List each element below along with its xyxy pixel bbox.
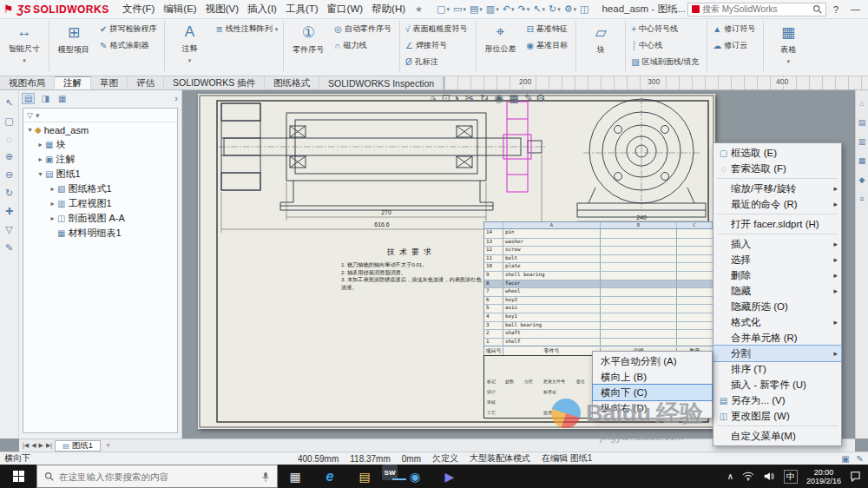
bom-row[interactable]: 3 ball bearing xyxy=(484,321,713,330)
task-view-icon[interactable]: ▦ xyxy=(278,465,312,488)
ribbon-button[interactable]: ◉ 基准目标 xyxy=(523,37,575,54)
menu-item[interactable]: 视图(V) xyxy=(201,3,243,16)
wifi-icon[interactable] xyxy=(742,472,754,481)
tree-expander-icon[interactable]: ▸ xyxy=(48,214,57,222)
bom-row[interactable]: 14 pin xyxy=(484,229,713,238)
tree-item[interactable]: ▦ 材料明细表1 xyxy=(23,226,177,241)
taskbar-clock[interactable]: 20:002019/2/16 xyxy=(806,468,841,485)
context-menu-item[interactable]: 自定义菜单(M) xyxy=(713,428,841,444)
zoom-area-icon[interactable]: ⊡ xyxy=(442,92,447,104)
ribbon-tab[interactable]: 图纸格式 xyxy=(265,76,319,89)
ribbon-button[interactable]: ⊞ 模型项目 xyxy=(51,21,96,71)
box-select-icon[interactable]: ▢ xyxy=(4,115,13,127)
ribbon-button[interactable]: ∩ 磁力线 xyxy=(331,37,398,54)
ribbon-button[interactable]: ✎ 格式涂刷器 xyxy=(96,37,162,54)
tree-expander-icon[interactable]: ▾ xyxy=(36,170,45,178)
bom-row[interactable]: 13 washer xyxy=(484,238,713,247)
view-orientation-icon[interactable]: ↻▾ xyxy=(480,92,489,104)
tree-expander-icon[interactable]: ▸ xyxy=(36,141,45,148)
zoom-in-icon[interactable]: ⊕ xyxy=(5,151,13,162)
minimize-button[interactable]: — xyxy=(845,3,865,15)
bom-row[interactable]: 1 shelf xyxy=(484,338,713,346)
ribbon-button[interactable]: ◎ 自动零件序号 xyxy=(331,21,398,37)
resources-tab-icon[interactable]: ⌂ xyxy=(859,99,864,108)
dimension-270[interactable]: 270 xyxy=(286,182,486,221)
rotate-view-icon[interactable]: ↻ xyxy=(5,188,13,199)
design-library-tab-icon[interactable]: ▤ xyxy=(858,118,866,127)
context-menu-item[interactable]: 选择 ▸ xyxy=(713,252,841,267)
submenu-item[interactable]: 纵向右 (D) xyxy=(593,400,712,416)
undo-icon[interactable]: ↶▾ xyxy=(501,3,516,15)
ribbon-button[interactable]: ≣ 线性注释阵列 ▾ xyxy=(212,21,281,37)
tree-expander-icon[interactable]: ▾ xyxy=(25,126,35,134)
ribbon-button[interactable]: ⌖ 形位公差 xyxy=(478,21,523,71)
configurationmanager-tab-icon[interactable]: ▦ xyxy=(56,94,68,103)
open-document-icon[interactable]: ▭▾ xyxy=(451,3,468,15)
context-menu-item[interactable]: 缩放/平移/旋转 ▸ xyxy=(713,181,841,196)
print-icon[interactable]: ▥▾ xyxy=(484,3,501,15)
menu-item[interactable]: 文件(F) xyxy=(118,3,160,16)
prev-sheet-icon[interactable]: ◀ xyxy=(31,442,36,449)
ribbon-button[interactable]: ┊ 中心线 xyxy=(628,37,705,54)
tree-expander-icon[interactable]: ▸ xyxy=(36,155,45,163)
ribbon-button[interactable]: ① 零件序号 xyxy=(286,21,331,71)
submenu-item[interactable]: 水平自动分割 (A) xyxy=(593,353,712,369)
media-player-icon[interactable]: ▶ xyxy=(432,465,467,488)
options-icon[interactable]: ⚙▾ xyxy=(562,3,578,15)
context-menu-item[interactable]: ◌ 套索选取 (F) xyxy=(713,161,841,176)
propertymanager-tab-icon[interactable]: ◨ xyxy=(39,94,50,103)
assembly-mode-status[interactable]: 大型装配体模式 xyxy=(470,452,530,465)
tree-item[interactable]: ▾ ◆ head_asm xyxy=(23,122,177,137)
ribbon-tab[interactable]: 注解 xyxy=(55,76,91,89)
section-view-icon[interactable]: ✂▾ xyxy=(465,92,474,104)
ribbon-button[interactable]: ▦ 表格 ▾ xyxy=(766,21,811,71)
tree-item[interactable]: ▸ ▧ 图纸格式1 xyxy=(23,181,177,196)
tray-expand-icon[interactable]: ∧ xyxy=(727,472,733,481)
ribbon-tab[interactable]: 视图布局 xyxy=(0,76,55,89)
annotation-tool-icon[interactable]: ✎ xyxy=(5,242,13,254)
context-menu-item[interactable]: ▤ 另存为... (V) xyxy=(713,392,841,408)
menu-item[interactable]: 窗口(W) xyxy=(323,3,368,16)
file-explorer-tab-icon[interactable]: ▥ xyxy=(858,137,866,146)
context-menu-item[interactable]: 合并单元格 (R) xyxy=(713,330,841,346)
submenu-item[interactable]: 横向上 (B) xyxy=(593,369,712,385)
context-menu-item[interactable]: 隐藏 ▸ xyxy=(713,283,841,299)
tree-item[interactable]: ▸ ◫ 剖面视图 A-A xyxy=(23,211,177,226)
context-menu-item[interactable]: 分割 ▸ xyxy=(713,346,841,361)
start-button[interactable] xyxy=(0,465,36,488)
tree-expander-icon[interactable]: ▸ xyxy=(48,185,57,193)
bom-row[interactable]: 6 key2 xyxy=(484,296,713,305)
bom-column-letter[interactable] xyxy=(484,222,503,228)
menu-item[interactable]: 帮助(H) xyxy=(367,3,410,16)
pan-icon[interactable]: ✚ xyxy=(5,206,13,217)
bom-column-letter[interactable]: B xyxy=(601,222,677,228)
filter-arrow-icon[interactable]: ▾ xyxy=(36,111,40,120)
custom-properties-tab-icon[interactable]: ≡ xyxy=(859,195,864,203)
zoom-out-icon[interactable]: ⊖ xyxy=(5,169,13,181)
tree-item[interactable]: ▸ ▣ 注解 xyxy=(23,152,177,167)
next-sheet-icon[interactable]: ▶ xyxy=(39,442,43,449)
ribbon-button[interactable]: A 注释 ▾ xyxy=(167,21,212,71)
last-sheet-icon[interactable]: ▶| xyxy=(46,442,52,449)
save-icon[interactable]: ▤▾ xyxy=(468,3,484,15)
ribbon-button[interactable]: Ø 孔标注 xyxy=(402,54,474,70)
bom-row[interactable]: 10 plate xyxy=(484,262,713,271)
select-icon[interactable]: ↖▾ xyxy=(531,3,547,15)
volume-icon[interactable] xyxy=(763,472,775,481)
status-panel-icon[interactable]: ▣ xyxy=(841,454,849,464)
ribbon-button[interactable]: ▨ 区域剖面线/填充 xyxy=(628,54,705,70)
lasso-select-icon[interactable]: ◌ xyxy=(6,134,12,144)
view-settings-icon[interactable]: ⚙▾ xyxy=(536,92,544,104)
menu-item[interactable]: 工具(T) xyxy=(281,3,323,16)
status-edit-icon[interactable]: ✎ xyxy=(857,454,864,464)
dimension-240[interactable]: 240 xyxy=(577,214,706,221)
ribbon-tab[interactable]: SOLIDWORKS Inspection xyxy=(319,76,444,89)
file-explorer-icon[interactable]: ▤ xyxy=(347,465,382,488)
view-palette-tab-icon[interactable]: ▦ xyxy=(858,156,866,165)
ribbon-button[interactable]: + 中心符号线 xyxy=(628,21,705,37)
ribbon-button[interactable]: ▱ 块 xyxy=(578,21,623,71)
edge-icon[interactable]: e xyxy=(312,465,347,488)
panel-expand-icon[interactable]: › xyxy=(174,93,178,103)
appearances-tab-icon[interactable]: ◆ xyxy=(859,175,865,184)
bom-row[interactable]: 11 bolt xyxy=(484,254,713,263)
